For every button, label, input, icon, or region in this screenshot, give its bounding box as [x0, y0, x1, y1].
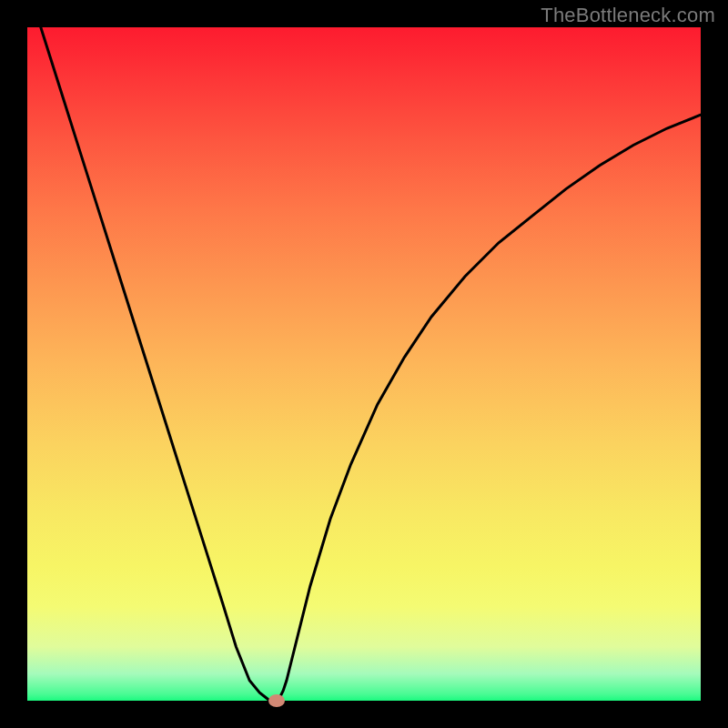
- optimal-point-marker: [268, 694, 285, 707]
- plot-area: [27, 27, 701, 701]
- chart-container: TheBottleneck.com: [0, 0, 728, 728]
- watermark-text: TheBottleneck.com: [541, 4, 715, 27]
- bottleneck-curve: [27, 27, 701, 701]
